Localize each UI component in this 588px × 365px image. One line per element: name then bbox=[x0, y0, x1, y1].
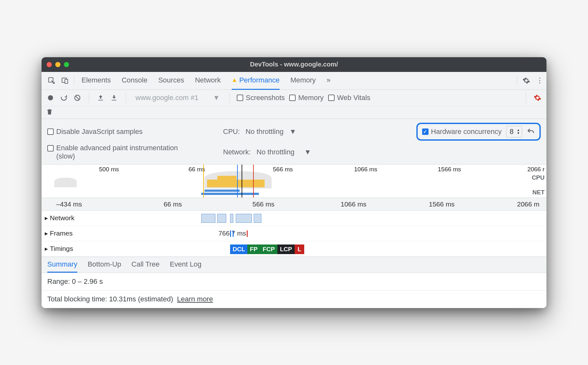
cpu-throttle-select[interactable]: No throttling ▼ bbox=[246, 128, 297, 136]
dropdown-caret-icon: ▼ bbox=[213, 94, 220, 102]
net-activity bbox=[201, 193, 259, 195]
tab-memory[interactable]: Memory bbox=[290, 72, 316, 90]
network-block[interactable] bbox=[217, 214, 226, 223]
network-throttle-label: Network: bbox=[223, 148, 251, 156]
track-network[interactable]: ▶Network bbox=[42, 211, 546, 226]
tab-console[interactable]: Console bbox=[122, 72, 148, 90]
checkbox-icon bbox=[47, 128, 54, 135]
divider bbox=[517, 75, 517, 86]
tbt-value: 10.31ms (estimated) bbox=[109, 295, 173, 303]
hardware-concurrency-input[interactable]: 8 ▲▼ bbox=[506, 126, 522, 137]
checkbox-label: Hardware concurrency bbox=[431, 128, 502, 136]
cpu-activity bbox=[54, 178, 77, 187]
divider bbox=[229, 93, 230, 103]
overview-tick: 1066 ms bbox=[354, 166, 377, 173]
details-tab-event-log[interactable]: Event Log bbox=[170, 260, 201, 273]
summary-tbt: Total blocking time: 10.31ms (estimated)… bbox=[42, 291, 546, 308]
timing-badge-lcp[interactable]: LCP bbox=[277, 245, 295, 254]
tab-network[interactable]: Network bbox=[195, 72, 221, 90]
marker-line bbox=[253, 165, 254, 198]
marker-line bbox=[203, 165, 204, 198]
details-tabbar: Summary Bottom-Up Call Tree Event Log bbox=[42, 257, 546, 273]
disable-js-samples-checkbox[interactable]: Disable JavaScript samples bbox=[47, 128, 213, 136]
checkbox-icon bbox=[237, 95, 243, 101]
overview-tick: 566 ms bbox=[273, 166, 293, 173]
overview-tick: 2066 r bbox=[527, 166, 545, 173]
network-block[interactable] bbox=[236, 214, 252, 223]
hardware-concurrency-checkbox[interactable]: Hardware concurrency bbox=[422, 128, 502, 136]
flamechart-tracks: ▶Network ▶Frames 766.7 ms ▶Timings DCL F… bbox=[42, 211, 546, 257]
network-throttle-value: No throttling bbox=[257, 148, 295, 156]
download-profile-icon[interactable] bbox=[110, 93, 119, 102]
track-timings[interactable]: ▶Timings DCL FP FCP LCP L bbox=[42, 241, 546, 257]
details-tab-summary[interactable]: Summary bbox=[47, 260, 77, 273]
hardware-concurrency-value: 8 bbox=[510, 128, 514, 136]
minimize-window-button[interactable] bbox=[55, 62, 60, 67]
capture-settings-gear-icon[interactable] bbox=[533, 93, 542, 102]
checkbox-icon bbox=[47, 145, 54, 151]
checkbox-icon bbox=[422, 128, 429, 135]
overview-tick: 66 ms bbox=[189, 166, 205, 173]
tbt-prefix: Total blocking time: bbox=[47, 295, 109, 303]
overview-minimap[interactable]: 500 ms 66 ms 566 ms 1066 ms 1566 ms 2066… bbox=[42, 165, 546, 198]
more-tabs-button[interactable]: » bbox=[327, 72, 330, 90]
settings-gear-icon[interactable] bbox=[520, 74, 533, 87]
inspect-element-icon[interactable] bbox=[45, 74, 58, 87]
panel-tabs: Elements Console Sources Network ▲ Perfo… bbox=[81, 72, 514, 90]
screenshots-checkbox[interactable]: Screenshots bbox=[237, 94, 285, 102]
network-block[interactable] bbox=[254, 214, 261, 223]
checkbox-icon bbox=[328, 95, 335, 101]
svg-point-3 bbox=[48, 95, 53, 100]
reload-record-button[interactable] bbox=[59, 93, 68, 102]
titlebar: DevTools - www.google.com/ bbox=[42, 57, 546, 72]
clear-button[interactable] bbox=[73, 93, 82, 102]
device-toolbar-icon[interactable] bbox=[58, 74, 72, 87]
learn-more-link[interactable]: Learn more bbox=[177, 295, 213, 303]
stepper-icon[interactable]: ▲▼ bbox=[517, 129, 520, 135]
enable-paint-instrumentation-checkbox[interactable]: Enable advanced paint instrumentation (s… bbox=[47, 144, 213, 160]
checkbox-label: Disable JavaScript samples bbox=[56, 128, 143, 136]
timing-badge-fp[interactable]: FP bbox=[247, 245, 260, 254]
tab-elements[interactable]: Elements bbox=[81, 72, 111, 90]
network-block[interactable] bbox=[230, 214, 233, 223]
track-header: Timings bbox=[50, 245, 73, 252]
reset-hw-concurrency-icon[interactable] bbox=[527, 128, 535, 136]
record-button[interactable] bbox=[46, 93, 55, 102]
timeline-ruler[interactable]: –434 ms 66 ms 566 ms 1066 ms 1566 ms 206… bbox=[42, 198, 546, 211]
divider bbox=[126, 93, 126, 103]
track-frames[interactable]: ▶Frames 766.7 ms bbox=[42, 226, 546, 241]
recording-name: www.google.com #1 bbox=[135, 94, 198, 102]
checkbox-label: Web Vitals bbox=[337, 94, 370, 102]
details-tab-bottom-up[interactable]: Bottom-Up bbox=[88, 260, 121, 273]
memory-checkbox[interactable]: Memory bbox=[289, 94, 323, 102]
timing-badge-l[interactable]: L bbox=[295, 245, 304, 254]
window-title: DevTools - www.google.com/ bbox=[42, 61, 546, 68]
marker-line bbox=[242, 165, 242, 198]
toolbar-row-2 bbox=[42, 106, 546, 119]
frame-marker bbox=[247, 230, 248, 237]
close-window-button[interactable] bbox=[47, 62, 52, 67]
details-tab-call-tree[interactable]: Call Tree bbox=[131, 260, 159, 273]
web-vitals-checkbox[interactable]: Web Vitals bbox=[328, 94, 370, 102]
caret-icon: ▶ bbox=[45, 216, 48, 221]
performance-toolbar: www.google.com #1 ▼ Screenshots Memory W… bbox=[42, 90, 546, 106]
summary-range: Range: 0 – 2.96 s bbox=[42, 273, 546, 291]
cpu-throttle-value: No throttling bbox=[246, 128, 284, 136]
timing-badge-dcl[interactable]: DCL bbox=[230, 245, 248, 254]
capture-settings-pane: Disable JavaScript samples CPU: No throt… bbox=[42, 119, 546, 165]
delete-recording-icon[interactable] bbox=[46, 108, 53, 115]
upload-profile-icon[interactable] bbox=[96, 93, 105, 102]
network-block[interactable] bbox=[201, 214, 215, 223]
overview-tick: 1566 ms bbox=[438, 166, 461, 173]
network-throttle-select[interactable]: No throttling ▼ bbox=[257, 148, 311, 156]
tab-performance[interactable]: ▲ Performance bbox=[232, 72, 280, 90]
divider bbox=[526, 93, 526, 103]
more-menu-icon[interactable]: ⋮ bbox=[533, 74, 546, 87]
recording-select[interactable]: www.google.com #1 ▼ bbox=[133, 93, 222, 103]
checkbox-label: Enable advanced paint instrumentation (s… bbox=[56, 144, 197, 160]
maximize-window-button[interactable] bbox=[64, 62, 69, 67]
cpu-script-activity bbox=[217, 176, 236, 187]
timing-badge-fcp[interactable]: FCP bbox=[260, 245, 277, 254]
tab-sources[interactable]: Sources bbox=[158, 72, 184, 90]
ruler-tick: 2066 m bbox=[517, 200, 539, 208]
